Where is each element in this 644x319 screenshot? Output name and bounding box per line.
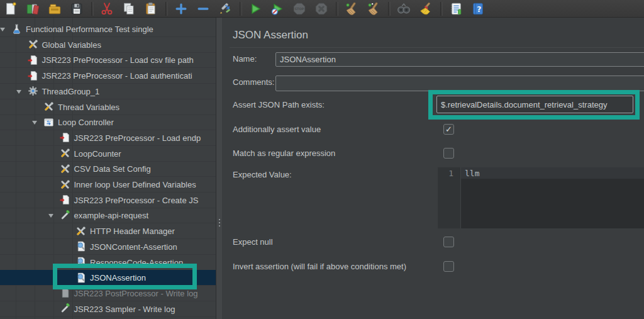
shutdown-icon — [314, 2, 328, 16]
clear-icon — [345, 2, 358, 16]
tree-item-label: ThreadGroup_1 — [42, 87, 100, 96]
new-testplan-icon — [4, 2, 18, 16]
assert-value-checkbox[interactable]: ✓ — [443, 124, 454, 135]
tree-item-label: Loop Controller — [58, 118, 114, 127]
test-plan-icon — [11, 24, 22, 35]
tree-item-functional-performance-test-single[interactable]: Functional Performance Test single — [0, 21, 216, 37]
toolbar-separator — [440, 2, 443, 16]
clear-all-button[interactable] — [366, 1, 381, 16]
editor-line-numbers: 1 — [438, 167, 461, 228]
invert-assertion-label: Invert assertion (will fail if above con… — [233, 262, 406, 272]
clear-button[interactable] — [344, 1, 359, 16]
zoom-in-icon — [174, 2, 188, 16]
tree-item-jsr223-preprocessor-load-authenticati[interactable]: JSR223 PreProcessor - Load authenticati — [0, 68, 216, 84]
svg-text:STOP: STOP — [294, 7, 304, 11]
search-reset-button[interactable] — [418, 1, 433, 16]
current-line-highlight — [461, 167, 644, 179]
paste-button[interactable] — [143, 1, 158, 16]
open-button[interactable] — [47, 1, 62, 16]
open-icon — [48, 2, 62, 16]
shutdown-button[interactable] — [314, 1, 329, 16]
cut-button[interactable] — [99, 1, 114, 16]
checkmark-icon: ✓ — [445, 125, 452, 133]
start-icon — [248, 2, 262, 16]
expander-down-icon[interactable] — [0, 28, 5, 31]
tree-item-thread-variables[interactable]: Thread Variables — [0, 99, 216, 115]
tree-item-jsoncontent-assertion[interactable]: JSONContent-Assertion — [0, 239, 216, 255]
start-button[interactable] — [248, 1, 263, 16]
tree-item-inner-loop-user-defined-variables[interactable]: Inner loop User Defined Variables — [0, 177, 216, 193]
tree-item-label: Thread Variables — [58, 103, 119, 112]
expected-value-editor[interactable]: 1 llm — [438, 167, 644, 228]
function-helper-icon — [449, 2, 463, 16]
tree-item-global-variables[interactable]: Global Variables — [0, 37, 216, 53]
json-path-input[interactable] — [436, 96, 633, 113]
function-helper-button[interactable] — [448, 1, 464, 16]
tree-item-responsecode-assertion[interactable]: ResponseCode-Assertion — [0, 255, 216, 271]
search-button[interactable] — [396, 1, 411, 16]
variables-icon — [43, 101, 54, 112]
new-testplan-button[interactable] — [3, 1, 18, 16]
toolbar-separator — [240, 2, 242, 16]
name-input[interactable] — [275, 52, 644, 67]
copy-button[interactable] — [121, 1, 136, 16]
invert-assertion-checkbox[interactable] — [443, 261, 454, 272]
test-plan-tree: Functional Performance Test singleGlobal… — [0, 18, 216, 319]
splitter-handle-dot — [219, 225, 220, 227]
jsr-pre-icon — [60, 132, 70, 143]
start-no-timers-button[interactable] — [270, 1, 285, 16]
tree-item-jsr223-preprocessor-load-endp[interactable]: JSR223 PreProcessor - Load endp — [0, 130, 216, 146]
toolbar-separator — [91, 2, 94, 16]
variables-icon — [60, 179, 70, 190]
tree-item-label: JSONContent-Assertion — [90, 242, 177, 252]
splitter-handle-dot — [219, 222, 220, 223]
tree-item-label: JSR223 PreProcessor - Load authenticati — [42, 71, 192, 81]
tree-item-loop-controller[interactable]: Loop Controller — [0, 115, 216, 130]
splitter-handle-dot — [219, 219, 220, 220]
save-button[interactable] — [69, 1, 84, 16]
start-no-timers-icon — [270, 2, 284, 16]
copy-icon — [122, 2, 136, 16]
comments-input[interactable] — [275, 76, 644, 91]
tree-item-jsr223-postprocessor-write-log[interactable]: JSR223 PostProcessor - Write log — [0, 286, 216, 301]
variables-icon — [75, 226, 86, 237]
tree-item-example-api-request[interactable]: example-api-request — [0, 208, 216, 223]
cut-icon — [100, 2, 114, 16]
variables-icon — [60, 148, 70, 159]
tree-item-loopcounter[interactable]: LoopCounter — [0, 146, 216, 162]
variables-icon — [28, 39, 38, 50]
split-divider[interactable] — [216, 18, 222, 319]
expect-null-checkbox[interactable] — [443, 237, 454, 247]
tree-item-threadgroup-1[interactable]: ThreadGroup_1 — [0, 84, 216, 99]
tree-item-jsr223-preprocessor-load-csv-file-path[interactable]: JSR223 PreProcessor - Load csv file path — [0, 52, 216, 68]
post-disabled-icon — [60, 288, 70, 298]
expander-down-icon[interactable] — [16, 90, 21, 94]
toolbar-separator — [336, 2, 338, 16]
expect-null-label: Expect null — [233, 237, 273, 247]
help-button[interactable]: ? — [470, 1, 486, 16]
tree-item-jsr223-preprocessor-create-js[interactable]: JSR223 PreProcessor - Create JS — [0, 193, 216, 208]
expander-down-icon[interactable] — [48, 214, 53, 218]
toggle-button[interactable] — [218, 1, 233, 16]
toolbar-separator — [388, 2, 391, 16]
toolbar-separator — [165, 2, 168, 16]
regex-checkbox[interactable] — [443, 148, 454, 159]
assertion-icon — [75, 257, 86, 267]
assertion-icon — [75, 272, 86, 283]
paste-icon — [144, 2, 158, 16]
expander-down-icon[interactable] — [32, 121, 37, 125]
tree-item-label: CSV Data Set Config — [74, 164, 151, 174]
comments-label: Comments: — [233, 77, 274, 87]
templates-button[interactable] — [25, 1, 40, 16]
tree-item-jsonassertion[interactable]: JSONAssertion — [0, 270, 216, 286]
editor-code-area[interactable]: llm — [461, 167, 644, 228]
tree-item-label: ResponseCode-Assertion — [90, 258, 183, 267]
tree-item-csv-data-set-config[interactable]: CSV Data Set Config — [0, 161, 216, 177]
tree-item-http-header-manager[interactable]: HTTP Header Manager — [0, 223, 216, 239]
assert-value-label: Additionally assert value — [233, 125, 321, 135]
tree-item-jsr223-sampler-write-log[interactable]: JSR223 Sampler - Write log — [0, 301, 216, 317]
zoom-in-button[interactable] — [174, 1, 189, 16]
tree-item-label: JSONAssertion — [90, 273, 146, 283]
stop-button[interactable]: STOP — [292, 1, 307, 16]
zoom-out-button[interactable] — [196, 1, 211, 16]
